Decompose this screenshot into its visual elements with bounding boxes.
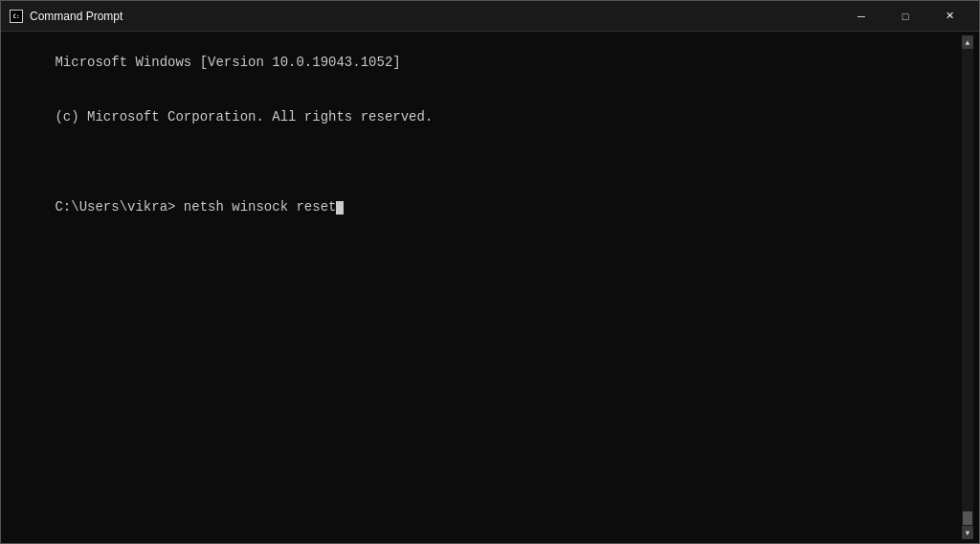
app-icon [9, 9, 24, 24]
terminal-line-1: Microsoft Windows [Version 10.0.19043.10… [55, 55, 400, 70]
terminal-line-2: (c) Microsoft Corporation. All rights re… [55, 109, 433, 125]
window-controls: ─ □ ✕ [839, 1, 971, 32]
minimize-button[interactable]: ─ [839, 1, 883, 32]
command-prompt-window: Command Prompt ─ □ ✕ Microsoft Windows [… [0, 0, 980, 544]
terminal-output: Microsoft Windows [Version 10.0.19043.10… [7, 35, 962, 539]
terminal-body[interactable]: Microsoft Windows [Version 10.0.19043.10… [1, 32, 979, 543]
scroll-up-arrow[interactable]: ▲ [962, 35, 973, 49]
scroll-down-arrow[interactable]: ▼ [962, 526, 973, 539]
scrollbar[interactable]: ▲ ▼ [962, 35, 973, 539]
scrollbar-track[interactable] [962, 49, 973, 526]
cmd-icon [10, 10, 23, 23]
cursor [336, 201, 344, 215]
terminal-line-4: C:\Users\vikra> netsh winsock reset [55, 199, 336, 215]
maximize-button[interactable]: □ [883, 1, 927, 32]
close-button[interactable]: ✕ [927, 1, 971, 32]
title-bar: Command Prompt ─ □ ✕ [1, 1, 979, 32]
window-title: Command Prompt [30, 10, 839, 23]
scrollbar-thumb[interactable] [963, 511, 972, 525]
